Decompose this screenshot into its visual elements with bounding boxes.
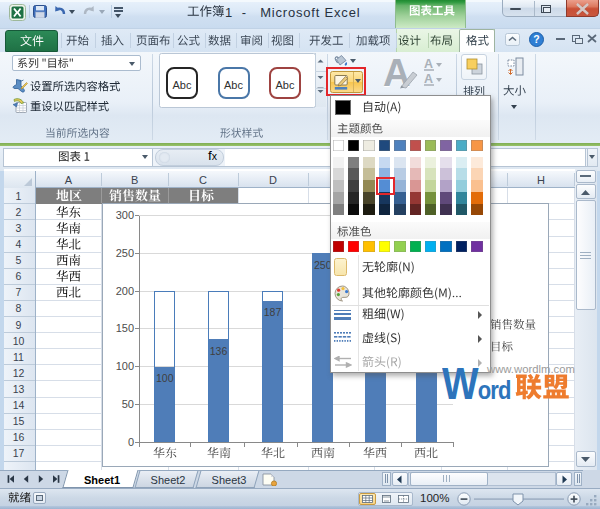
svg-text:?: ? [533, 33, 539, 45]
